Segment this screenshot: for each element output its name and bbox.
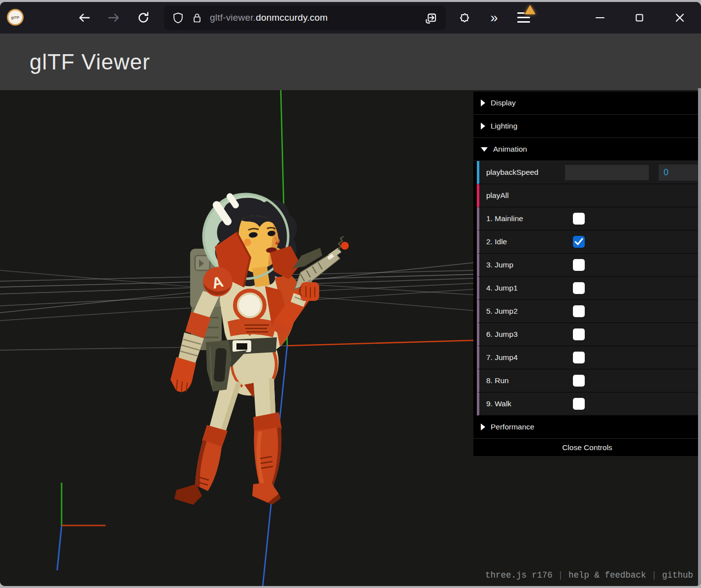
puzzle-icon: [457, 11, 470, 25]
page-title: glTF Viewer: [30, 50, 150, 74]
playback-speed-label: playbackSpeed: [486, 168, 538, 177]
chevron-double-icon: »: [490, 10, 498, 26]
viewport-footer: three.js r176|help & feedback|github: [485, 570, 693, 580]
animation-checkbox-run[interactable]: [573, 375, 585, 387]
window-edge: [698, 88, 701, 586]
update-badge-icon: [525, 5, 535, 14]
url-text[interactable]: gltf-viewer.donmccurdy.com: [210, 12, 328, 23]
gun-tip: [341, 242, 349, 250]
browser-window: glTF gltf-viewer.do: [0, 2, 701, 586]
folder-performance-label: Performance: [491, 423, 534, 431]
folder-animation[interactable]: Animation: [473, 138, 701, 161]
site-favicon: glTF: [7, 9, 24, 26]
animation-checkbox-jump3[interactable]: [573, 328, 585, 340]
playback-speed-row: playbackSpeed: [477, 161, 701, 184]
url-bar[interactable]: gltf-viewer.donmccurdy.com: [164, 5, 446, 30]
animation-checkbox-jump2[interactable]: [573, 305, 585, 317]
3d-viewport[interactable]: A: [0, 90, 701, 586]
animation-folder-children: playbackSpeed playAll 1. Mainline 2. Idl…: [473, 161, 701, 416]
animation-row-jump2: 5. Jump2: [477, 300, 701, 323]
footer-separator: |: [646, 570, 662, 580]
toolbar-overflow-button[interactable]: »: [483, 7, 505, 29]
legs: [174, 377, 282, 505]
animation-checkbox-jump1[interactable]: [573, 282, 585, 294]
forward-arrow-icon: [107, 11, 121, 25]
animation-row-walk: 9. Walk: [477, 392, 701, 416]
animation-row-run: 8. Run: [477, 369, 701, 392]
x-axis-line: [287, 340, 493, 346]
browser-toolbar: glTF gltf-viewer.do: [0, 2, 701, 33]
animation-row-jump3: 6. Jump3: [477, 323, 701, 346]
folder-lighting[interactable]: Lighting: [473, 115, 701, 138]
page-header: glTF Viewer: [0, 33, 701, 90]
play-all-label: playAll: [486, 191, 509, 200]
extensions-button[interactable]: [454, 8, 473, 28]
animation-checkbox-walk[interactable]: [573, 398, 585, 410]
dat-gui-panel: Display Lighting Animation playbackSpeed…: [473, 92, 701, 456]
reload-button[interactable]: [134, 8, 153, 28]
folder-display[interactable]: Display: [473, 92, 701, 115]
animation-row-mainline: 1. Mainline: [477, 207, 701, 230]
footer-separator: |: [552, 570, 568, 580]
astronaut-model: A: [170, 192, 349, 505]
back-arrow-icon: [77, 11, 91, 25]
back-button[interactable]: [74, 8, 94, 28]
minimize-icon: [596, 17, 604, 19]
favicon-label: glTF: [11, 15, 20, 20]
animation-row-jump1: 4. Jump1: [477, 277, 701, 300]
window-maximize-button[interactable]: [626, 7, 653, 29]
github-link[interactable]: github: [662, 570, 693, 580]
open-in-app-icon[interactable]: [425, 11, 438, 25]
playback-speed-slider[interactable]: [565, 165, 649, 180]
close-controls-button[interactable]: Close Controls: [473, 439, 701, 456]
chevron-down-icon: [481, 147, 488, 152]
animation-checkbox-mainline[interactable]: [573, 213, 585, 225]
animation-row-idle: 2. Idle: [477, 230, 701, 254]
window-close-button[interactable]: [666, 7, 694, 29]
help-feedback-link[interactable]: help & feedback: [568, 570, 646, 580]
folder-display-label: Display: [491, 98, 516, 107]
hamburger-icon: [517, 12, 530, 26]
mini-axes-helper: [57, 483, 105, 570]
animation-row-jump4: 7. Jump4: [477, 346, 701, 369]
app-menu-button[interactable]: [513, 8, 534, 28]
animation-checkbox-idle[interactable]: [573, 236, 585, 248]
chevron-right-icon: [481, 123, 485, 130]
maximize-icon: [635, 14, 643, 22]
url-domain: donmccurdy.com: [256, 12, 328, 23]
lock-icon[interactable]: [191, 12, 203, 24]
reload-icon: [136, 11, 150, 25]
play-all-button[interactable]: playAll: [477, 184, 701, 207]
animation-row-jump: 3. Jump: [477, 254, 701, 277]
playback-speed-input[interactable]: [659, 164, 698, 181]
animation-checkbox-jump4[interactable]: [573, 352, 585, 363]
window-minimize-button[interactable]: [586, 7, 614, 29]
world-axes-helper: [263, 90, 493, 586]
url-subdomain: gltf-viewer.: [210, 12, 256, 23]
folder-lighting-label: Lighting: [491, 122, 517, 131]
chevron-right-icon: [481, 99, 485, 106]
engine-version: three.js r176: [485, 570, 553, 580]
shield-icon[interactable]: [172, 12, 184, 24]
forward-button[interactable]: [104, 8, 124, 28]
chevron-right-icon: [481, 424, 485, 430]
animation-checkbox-jump[interactable]: [573, 259, 585, 271]
close-icon: [675, 13, 684, 22]
folder-animation-label: Animation: [493, 145, 527, 154]
shoulder-pad: A: [203, 267, 233, 296]
folder-performance[interactable]: Performance: [473, 416, 701, 439]
